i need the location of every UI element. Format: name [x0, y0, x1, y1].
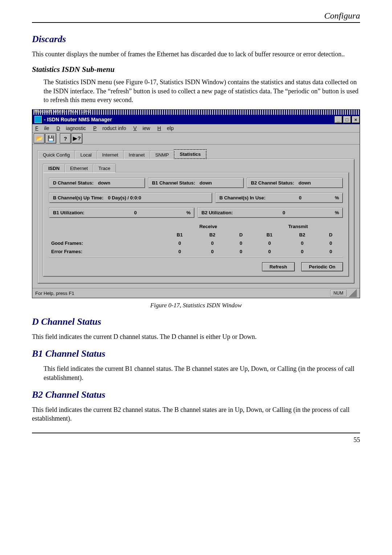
open-icon[interactable]: 📂 [34, 133, 45, 143]
frames-table: Receive Transmit B1 B2 D B1 B2 D [49, 222, 343, 256]
refresh-button[interactable]: Refresh [262, 262, 295, 271]
save-icon[interactable]: 💾 [45, 133, 56, 143]
heading-discards: Discards [32, 34, 360, 45]
numlock-indicator: NUM [330, 290, 347, 296]
bchannel-uptime: B Channel(s) Up Time: 0 Day(s) / 0:0:0 [49, 193, 212, 203]
tab-trace[interactable]: Trace [93, 164, 116, 173]
context-help-icon[interactable]: ▶? [72, 133, 82, 143]
menu-view[interactable]: View [133, 125, 150, 131]
bchannel-inuse: B Channel(s) In Use: 0 % [215, 193, 343, 203]
menu-diagnostic[interactable]: Diagnostic [56, 125, 86, 131]
parent-title-strip: Microsoft Word - PMAIT10~2 [32, 110, 360, 115]
figure-caption: Figure 0-17, Statistics ISDN Window [32, 302, 360, 309]
menu-help[interactable]: Help [158, 125, 174, 131]
menu-bar: File Diagnostic Product info View Help [32, 124, 360, 133]
parent-title-text: Microsoft Word - PMAIT10~2 [34, 109, 91, 113]
sub-tabs: ISDN Ethernet Trace [43, 163, 349, 172]
table-row: Error Frames: 0 0 0 0 0 0 [49, 247, 343, 256]
main-tabs: Quick Config Local Internet Intranet SNM… [37, 149, 355, 159]
periodic-on-button[interactable]: Periodic On [301, 262, 343, 271]
para-b2: This field indicates the current B2 chan… [32, 405, 360, 423]
tab-statistics[interactable]: Statistics [174, 149, 207, 159]
maximize-button[interactable]: □ [343, 116, 351, 123]
header-rule [32, 22, 360, 23]
status-bar: For Help, press F1 NUM [32, 288, 360, 298]
footer-rule [32, 433, 360, 433]
tab-isdn[interactable]: ISDN [43, 164, 65, 173]
tab-intranet[interactable]: Intranet [123, 150, 150, 159]
d-channel-status: D Channel Status: down [49, 178, 145, 188]
tab-snmp[interactable]: SNMP [150, 150, 175, 159]
heading-b1: B1 Channel Status [32, 348, 360, 359]
close-button[interactable]: × [352, 116, 360, 123]
nms-window: Microsoft Word - PMAIT10~2 - ISDN Router… [32, 109, 360, 298]
menu-product-info[interactable]: Product info [93, 125, 126, 131]
heading-b2: B2 Channel Status [32, 389, 360, 400]
minimize-button[interactable]: _ [334, 116, 342, 123]
b1-utilization: B1 Utilization: 0 % [49, 207, 195, 218]
para-dchan: This field indicates the current D chann… [32, 332, 360, 341]
running-head: Configura [32, 11, 360, 21]
b1-channel-status: B1 Channel Status: down [148, 178, 244, 188]
b2-channel-status: B2 Channel Status: down [247, 178, 343, 188]
para-stats-isdn: The Statistics ISDN menu (see Figure 0-1… [44, 78, 360, 104]
app-icon [34, 116, 42, 123]
heading-dchan: D Channel Status [32, 316, 360, 327]
window-title: - ISDN Router NMS Manager [44, 117, 112, 122]
col-receive: Receive [163, 222, 253, 231]
title-bar: - ISDN Router NMS Manager _ □ × [32, 115, 360, 124]
status-text: For Help, press F1 [35, 291, 74, 296]
tab-ethernet[interactable]: Ethernet [65, 164, 93, 173]
menu-file[interactable]: File [35, 125, 49, 131]
table-row: Good Frames: 0 0 0 0 0 0 [49, 239, 343, 247]
page-number: 55 [32, 436, 360, 444]
resize-grip-icon[interactable] [349, 289, 357, 297]
tab-local[interactable]: Local [75, 150, 97, 159]
col-transmit: Transmit [253, 222, 343, 231]
toolbar: 📂 💾 ? ▶? [32, 133, 360, 145]
help-icon[interactable]: ? [60, 133, 71, 143]
para-discards: This counter displays the number of fram… [32, 50, 360, 58]
tab-quick-config[interactable]: Quick Config [37, 150, 75, 159]
b2-utilization: B2 Utilization: 0 % [197, 207, 343, 218]
para-b1: This field indicates the current B1 chan… [44, 364, 360, 382]
tab-internet[interactable]: Internet [97, 150, 124, 159]
heading-stats-isdn: Statistics ISDN Sub-menu [32, 65, 360, 74]
